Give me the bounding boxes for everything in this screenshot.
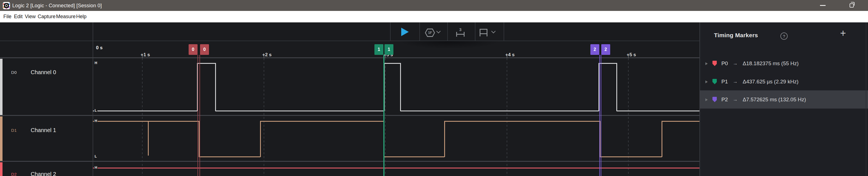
timing-marker-flag[interactable]: 1 — [384, 44, 394, 55]
waveform-segment[interactable] — [93, 121, 199, 122]
marker-measurement-value: Δ18.182375 ms (55 Hz) — [743, 60, 799, 67]
help-icon[interactable]: ? — [780, 32, 788, 40]
level-high-label: H — [94, 166, 98, 170]
timeline-gridline — [507, 58, 507, 176]
waveform-edge — [400, 63, 401, 111]
menu-help[interactable]: Help — [76, 11, 87, 22]
toolbar-separator — [420, 22, 420, 41]
marker-pair-label: P1 — [721, 79, 728, 85]
timing-marker-row-p1[interactable]: ▶ P1 → Δ437.625 µs (2.29 kHz) — [700, 73, 868, 91]
timing-marker-line[interactable] — [197, 55, 198, 176]
arrow-right-icon: → — [733, 97, 738, 102]
waveform-segment[interactable] — [260, 121, 384, 122]
waveform-segment[interactable] — [93, 168, 700, 169]
timing-marker-flag[interactable]: 0 — [200, 44, 209, 55]
arrow-right-icon: → — [733, 60, 738, 66]
level-low-label: L — [94, 154, 97, 158]
app-logo-icon — [3, 2, 10, 9]
menu-measure[interactable]: Measure — [56, 11, 75, 22]
waveform-segment[interactable] — [444, 121, 600, 122]
timeline-gridline — [628, 58, 629, 176]
menu-file[interactable]: File — [3, 11, 11, 22]
channel-color-strip — [0, 59, 2, 115]
timing-marker-flag[interactable]: 2 — [590, 44, 599, 55]
waveform-segment[interactable] — [384, 156, 444, 157]
waveform-segment[interactable] — [600, 156, 662, 157]
chevron-down-icon[interactable] — [491, 29, 496, 33]
waveform-edge — [444, 121, 445, 157]
level-high-label: H — [94, 61, 98, 65]
channel-name[interactable]: Channel 2 — [31, 171, 56, 176]
toolbar-bottom-border — [0, 41, 700, 41]
timeline-gridline — [385, 58, 385, 176]
channel-separator — [0, 161, 700, 162]
marker-pair-label: P0 — [721, 60, 728, 67]
level-high-label: H — [94, 119, 98, 123]
timeline-tick-label: +5 s — [627, 52, 636, 58]
timing-marker-line[interactable] — [601, 55, 601, 176]
expand-arrow-icon[interactable]: ▶ — [705, 97, 708, 102]
channel-name[interactable]: Channel 1 — [31, 127, 56, 133]
expand-arrow-icon[interactable]: ▶ — [705, 79, 708, 84]
glitch-pulse — [148, 121, 149, 156]
annotations-button[interactable] — [479, 29, 489, 37]
timeline-tick-label: +2 s — [262, 52, 272, 58]
chevron-down-icon[interactable] — [436, 29, 441, 33]
timing-marker-flag[interactable]: 0 — [189, 44, 197, 55]
timeline-tick-label: +4 s — [505, 52, 515, 58]
waveform-segment[interactable] — [400, 110, 599, 111]
waveform-edge — [616, 63, 617, 111]
waveform-segment[interactable] — [384, 63, 400, 64]
window-title: Logic 2 [Logic - Connected] [Session 0] — [12, 3, 102, 9]
waveform-edge — [661, 121, 662, 157]
panel-title: Timing Markers — [714, 32, 758, 39]
timeline-gridline — [264, 58, 264, 176]
radix-label: 1F — [425, 28, 435, 37]
waveform-segment[interactable] — [617, 110, 700, 111]
timing-markers-panel: Timing Markers ? + ▶ P0 → Δ18.182375 ms … — [700, 22, 868, 176]
timing-marker-line[interactable] — [199, 55, 200, 176]
expand-arrow-icon[interactable]: ▶ — [705, 61, 708, 66]
channel-color-strip — [0, 162, 2, 176]
waveform-segment[interactable] — [215, 110, 384, 111]
timeline-tick-label: +1 s — [141, 52, 150, 58]
data-display-radix-button[interactable]: 1F — [425, 28, 435, 37]
timeline-origin-label: 0 s — [96, 45, 103, 51]
logic2-app-window: { "window": { "title": "Logic 2 [Logic -… — [0, 0, 868, 176]
timeline-gridline — [142, 58, 143, 176]
menu-capture[interactable]: Capture — [38, 11, 56, 22]
marker-pair-icon — [712, 79, 717, 84]
timing-marker-line[interactable] — [599, 55, 600, 176]
level-low-label: L — [94, 108, 97, 112]
add-marker-button[interactable]: + — [840, 27, 846, 39]
title-bar: Logic 2 [Logic - Connected] [Session 0] — [0, 0, 868, 11]
minimize-icon — [820, 5, 826, 6]
waveform-segment[interactable] — [93, 110, 197, 111]
waveform-segment[interactable] — [662, 121, 700, 122]
menu-view[interactable]: View — [25, 11, 36, 22]
channel-name[interactable]: Channel 0 — [31, 69, 56, 76]
waveform-segment[interactable] — [599, 63, 617, 64]
menu-edit[interactable]: Edit — [14, 11, 23, 22]
timing-marker-row-p0[interactable]: ▶ P0 → Δ18.182375 ms (55 Hz) — [700, 54, 868, 73]
channel-designator: D2 — [11, 172, 17, 176]
arrow-right-icon: → — [733, 79, 738, 84]
minimize-button[interactable] — [815, 0, 831, 11]
timing-marker-row-p2[interactable]: ▶ P2 → Δ7.572625 ms (132.05 Hz) — [700, 91, 868, 108]
marker-count-label: 3 — [456, 27, 465, 32]
marker-pair-label: P2 — [721, 97, 728, 103]
timing-marker-flag[interactable]: 2 — [601, 44, 610, 55]
timing-marker-line[interactable] — [384, 55, 384, 176]
waveform-edge — [260, 121, 261, 157]
toolbar-separator — [504, 22, 504, 41]
marker-pair-icon — [712, 97, 717, 102]
restore-button[interactable] — [844, 0, 860, 11]
toolbar-shadow — [388, 41, 510, 51]
waveform-segment[interactable] — [199, 156, 260, 157]
menu-bar: File Edit View Capture Measure Help — [0, 11, 868, 22]
timing-markers-button[interactable]: 3 — [456, 27, 465, 37]
waveform-edge — [215, 63, 216, 111]
channel-designator: D1 — [11, 128, 17, 133]
timing-marker-flag[interactable]: 1 — [374, 44, 383, 55]
channel-separator — [0, 115, 700, 116]
